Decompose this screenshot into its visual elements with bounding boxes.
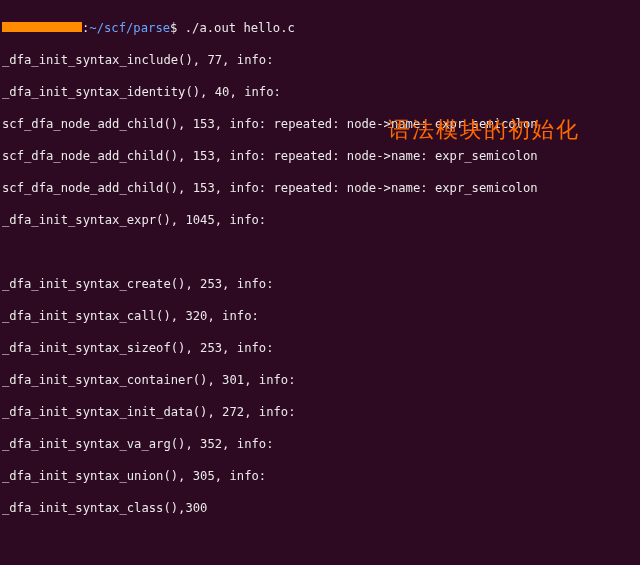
output-line: _dfa_init_syntax_include(), 77, info:: [2, 52, 638, 68]
output-line: _dfa_init_syntax_create(), 253, info:: [2, 276, 638, 292]
command-text: ./a.out hello.c: [177, 21, 294, 35]
prompt-line[interactable]: :~/scf/parse$ ./a.out hello.c: [2, 20, 638, 36]
redacted-username: [2, 22, 82, 32]
blank-line: [2, 532, 638, 548]
output-line: _dfa_init_syntax_class(),300: [2, 500, 638, 516]
blank-line: [2, 244, 638, 260]
output-line: _dfa_init_syntax_union(), 305, info:: [2, 468, 638, 484]
output-line: _dfa_init_syntax_init_data(), 272, info:: [2, 404, 638, 420]
prompt-path: ~/scf/parse: [89, 21, 170, 35]
annotation-label: 语法模块的初始化: [388, 122, 580, 138]
terminal-window[interactable]: :~/scf/parse$ ./a.out hello.c _dfa_init_…: [0, 0, 640, 565]
output-line: scf_dfa_node_add_child(), 153, info: rep…: [2, 180, 638, 196]
output-line: scf_dfa_node_add_child(), 153, info: rep…: [2, 148, 638, 164]
output-line: _dfa_init_syntax_call(), 320, info:: [2, 308, 638, 324]
output-line: _dfa_init_syntax_container(), 301, info:: [2, 372, 638, 388]
output-line: _dfa_init_syntax_expr(), 1045, info:: [2, 212, 638, 228]
output-line: _dfa_init_syntax_identity(), 40, info:: [2, 84, 638, 100]
output-line: _dfa_init_syntax_sizeof(), 253, info:: [2, 340, 638, 356]
output-line: _dfa_init_syntax_va_arg(), 352, info:: [2, 436, 638, 452]
